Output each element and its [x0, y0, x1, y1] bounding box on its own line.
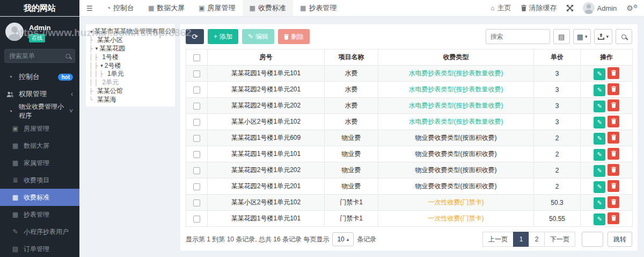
row-delete-button[interactable]	[608, 83, 619, 95]
sidebar-item-label: 收费标准	[24, 193, 49, 202]
row-delete-button[interactable]	[608, 132, 619, 144]
row-checkbox[interactable]	[193, 87, 200, 94]
row-delete-button[interactable]	[608, 180, 619, 192]
sidebar-item-console[interactable]: ◔ 控制台 hot	[0, 68, 79, 85]
page-button-2[interactable]: 2	[529, 232, 545, 247]
tree-expand-icon[interactable]: ▾	[90, 29, 93, 34]
row-delete-button[interactable]	[608, 148, 619, 160]
sidebar-item-meter[interactable]: ▦ 抄表管理	[0, 206, 79, 223]
toggle-view-button[interactable]: ▤	[553, 29, 570, 44]
fee-type-link[interactable]: 水电费抄表类型(按抄表数量收费)	[378, 66, 534, 82]
row-checkbox[interactable]	[193, 199, 200, 206]
sidebar-toggle-button[interactable]: ☰	[79, 0, 100, 16]
sidebar-item-miniapp-users[interactable]: ✎ 小程序抄表用户	[0, 223, 79, 240]
sidebar-item-property-app[interactable]: ◔ 物业收费管理小程序 ˅	[0, 103, 79, 120]
nav-item-house[interactable]: ▣ 房屋管理	[192, 0, 242, 16]
user-menu[interactable]: Admin	[583, 2, 617, 14]
tree-node-company[interactable]: ▾ 某某市某某物业管理有限公司	[89, 27, 174, 36]
nav-item-fee-standard[interactable]: ▦ 收费标准	[243, 0, 293, 16]
edit-button[interactable]: ✎ 编辑	[242, 29, 274, 44]
row-checkbox[interactable]	[193, 135, 200, 142]
tree-node-building2[interactable]: │├ ▾ 2号楼	[89, 61, 174, 70]
table-search-input[interactable]	[486, 29, 550, 44]
settings-button[interactable]: ⚙⚙	[626, 4, 638, 12]
sidebar-item-datascreen[interactable]: ▦ 数据大屏	[0, 137, 79, 154]
columns-button[interactable]: ▦ ▾	[573, 29, 591, 44]
row-delete-button[interactable]	[608, 212, 619, 224]
home-link[interactable]: ⌂ 主页	[491, 3, 511, 13]
sidebar-item-fee-items[interactable]: ≣ 收费项目	[0, 172, 79, 189]
row-delete-button[interactable]	[608, 164, 619, 176]
nav-item-console[interactable]: ◔ 控制台	[100, 0, 141, 16]
page-size-dropdown[interactable]: 10 ▴	[332, 232, 354, 246]
row-edit-button[interactable]: ✎	[594, 213, 605, 225]
tree-node-mansion[interactable]: ├ 某某公馆	[89, 87, 174, 96]
fee-type-link[interactable]: 水电费抄表类型(按抄表数量收费)	[378, 114, 534, 130]
cell-project: 物业费	[325, 130, 378, 146]
row-checkbox[interactable]	[193, 151, 200, 158]
refresh-icon: ⟳	[192, 32, 198, 41]
row-checkbox[interactable]	[193, 183, 200, 190]
page-button-1[interactable]: 1	[513, 232, 529, 247]
tree-node-unit1[interactable]: ││├ 1单元	[89, 70, 174, 78]
tree-node-sea[interactable]: └ 某某海	[89, 95, 174, 104]
delete-button[interactable]: 删除	[278, 29, 310, 44]
nav-item-datascreen[interactable]: ▦ 数据大屏	[141, 0, 192, 16]
row-edit-button[interactable]: ✎	[594, 101, 605, 112]
row-checkbox[interactable]	[193, 167, 200, 174]
row-checkbox[interactable]	[193, 216, 200, 223]
fee-type-link[interactable]: 水电费抄表类型(按抄表数量收费)	[378, 98, 534, 114]
row-edit-button[interactable]: ✎	[594, 117, 605, 128]
row-delete-button[interactable]	[608, 99, 619, 111]
row-edit-button[interactable]: ✎	[594, 165, 605, 177]
clear-cache-link[interactable]: 清除缓存	[521, 3, 557, 13]
sidebar-item-fee-standard[interactable]: ▦ 收费标准	[0, 189, 79, 206]
trash-icon	[284, 34, 289, 40]
export-button[interactable]: ▾	[594, 29, 612, 44]
sidebar-search	[4, 49, 75, 63]
row-delete-button[interactable]	[608, 116, 619, 127]
expand-icon	[567, 5, 573, 11]
fee-type-link[interactable]: 水电费抄表类型(按抄表数量收费)	[378, 82, 534, 98]
cell-price: 2	[534, 146, 581, 162]
tree-expand-icon[interactable]: ▾	[100, 63, 103, 68]
row-edit-button[interactable]: ✎	[594, 149, 605, 161]
row-delete-button[interactable]	[608, 196, 619, 208]
sidebar-item-orders[interactable]: ▤ 订单管理	[0, 240, 79, 257]
row-checkbox[interactable]	[193, 103, 200, 110]
header-project: 项目名称	[325, 49, 378, 66]
fee-type-link[interactable]: 一次性收费(门禁卡)	[378, 195, 534, 211]
refresh-button[interactable]: ⟳	[186, 29, 204, 44]
pencil-icon: ✎	[597, 216, 602, 223]
sidebar-item-family[interactable]: ▦ 家属管理	[0, 154, 79, 172]
row-edit-button[interactable]: ✎	[594, 133, 605, 145]
jump-page-input[interactable]	[582, 232, 603, 247]
select-all-checkbox[interactable]	[193, 54, 200, 61]
cell-room: 某某小区2号楼1单元102	[208, 114, 325, 130]
tree-node-building1[interactable]: │├ 1号楼	[89, 53, 174, 61]
fee-type-link[interactable]: 一次性收费(门禁卡)	[378, 211, 534, 227]
row-delete-button[interactable]	[608, 67, 619, 79]
fullscreen-button[interactable]	[567, 5, 573, 11]
row-edit-button[interactable]: ✎	[594, 197, 605, 209]
jump-button[interactable]: 跳转	[608, 232, 632, 247]
next-page-button[interactable]: 下一页	[544, 232, 575, 247]
nav-item-meter[interactable]: ▦ 抄表管理	[293, 0, 343, 16]
sidebar-item-permissions[interactable]: 权限管理 ‹	[0, 85, 79, 103]
row-checkbox[interactable]	[193, 119, 200, 126]
tree-node-community[interactable]: ├ 某某小区	[89, 36, 174, 45]
row-edit-button[interactable]: ✎	[594, 181, 605, 193]
tree-expand-icon[interactable]: ▾	[96, 46, 98, 51]
row-edit-button[interactable]: ✎	[594, 68, 605, 80]
cell-project: 水费	[325, 66, 378, 82]
search-button[interactable]	[616, 29, 632, 44]
sidebar-item-house[interactable]: ▣ 房屋管理	[0, 120, 79, 137]
prev-page-button[interactable]: 上一页	[482, 232, 514, 247]
caret-up-icon: ▴	[347, 237, 349, 242]
row-checkbox[interactable]	[193, 70, 200, 77]
sidebar-search-input[interactable]	[9, 52, 63, 60]
row-edit-button[interactable]: ✎	[594, 84, 605, 96]
tree-node-garden[interactable]: ├ ▾ 某某花园	[89, 45, 174, 53]
tree-node-unit2[interactable]: ││ 2单元	[89, 78, 174, 87]
add-button[interactable]: + 添加	[208, 29, 238, 44]
